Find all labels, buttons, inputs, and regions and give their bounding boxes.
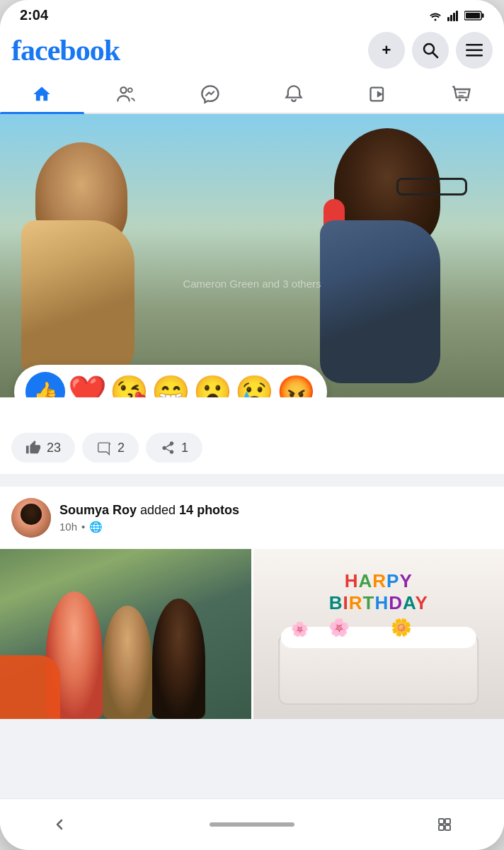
- like-button[interactable]: 23: [11, 433, 75, 463]
- share-icon: [160, 440, 176, 455]
- orange-outfit: [0, 655, 60, 719]
- post-time: 10h: [59, 521, 77, 533]
- svg-rect-9: [466, 44, 483, 46]
- post-meta-2: Soumya Roy added 14 photos 10h • 🌐: [59, 503, 493, 533]
- status-time: 2:04: [20, 7, 48, 23]
- flower-3: 🌸: [291, 620, 309, 638]
- grid-photo-right[interactable]: HARPY BIRTHDAY 🌸 🌼 🌸: [253, 549, 505, 719]
- person-group-2: [103, 606, 152, 719]
- reaction-bar: 👍 ❤️ 😘 😁 😮 😢 😡: [14, 365, 327, 397]
- svg-rect-2: [453, 13, 455, 21]
- author-name: Soumya Roy: [59, 503, 137, 517]
- notifications-icon: [284, 84, 304, 104]
- angry-reaction[interactable]: 😡: [277, 376, 316, 397]
- post-author: Soumya Roy added 14 photos: [59, 503, 493, 518]
- grid-photo-left[interactable]: [0, 549, 251, 719]
- post-photo-1: Cameron Green and 3 others 👍 ❤️ 😘 😁 😮 😢 …: [0, 114, 504, 397]
- signal-icon: [447, 10, 460, 21]
- love-reaction[interactable]: ❤️: [68, 376, 107, 397]
- body-left: [21, 220, 134, 376]
- like-icon: [25, 440, 41, 455]
- add-button[interactable]: +: [368, 32, 405, 69]
- photo-bg: [0, 114, 504, 397]
- svg-rect-5: [482, 13, 484, 18]
- thumbs-up-emoji: 👍: [33, 380, 58, 398]
- svg-rect-0: [447, 17, 449, 21]
- like-reaction-btn[interactable]: 👍: [25, 372, 65, 397]
- photo-grid: HARPY BIRTHDAY 🌸 🌼 🌸: [0, 549, 504, 719]
- flower-2: 🌼: [391, 618, 412, 638]
- svg-point-13: [128, 88, 132, 92]
- post-actions-1: 23 2 1: [0, 397, 504, 474]
- menu-button[interactable]: [456, 32, 493, 69]
- share-count: 1: [181, 441, 188, 455]
- svg-rect-1: [450, 15, 452, 21]
- privacy-icon: 🌐: [89, 521, 103, 533]
- svg-rect-21: [445, 825, 450, 830]
- tab-messenger[interactable]: [168, 76, 252, 113]
- cry-reaction[interactable]: 😢: [235, 376, 274, 397]
- flower-1: 🌸: [328, 618, 350, 638]
- back-icon: [51, 816, 68, 833]
- facebook-logo: facebook: [11, 33, 120, 67]
- post-card-1: Cameron Green and 3 others 👍 ❤️ 😘 😁 😮 😢 …: [0, 114, 504, 474]
- svg-rect-6: [466, 13, 480, 18]
- post-header-2: Soumya Roy added 14 photos 10h • 🌐: [0, 487, 504, 549]
- person-left: [21, 142, 163, 397]
- comment-button[interactable]: 2: [82, 433, 139, 463]
- body-right: [320, 220, 440, 383]
- feed: Cameron Green and 3 others 👍 ❤️ 😘 😁 😮 😢 …: [0, 114, 504, 798]
- tab-notifications[interactable]: [252, 76, 336, 113]
- hbd-text: HARPY BIRTHDAY: [265, 570, 491, 614]
- nav-tabs: [0, 76, 504, 114]
- phone-frame: 2:04 facebook: [0, 0, 504, 850]
- post-action-text: added: [140, 503, 179, 517]
- tab-friends[interactable]: [84, 76, 168, 113]
- separator-dot: •: [81, 521, 85, 533]
- svg-line-8: [433, 53, 438, 58]
- tab-marketplace[interactable]: [420, 76, 504, 113]
- search-button[interactable]: [412, 32, 449, 69]
- wow-reaction[interactable]: 😁: [151, 376, 190, 397]
- comment-icon: [96, 440, 112, 455]
- avatar-soumya: [11, 498, 51, 538]
- person-group-3: [152, 599, 205, 719]
- sad-reaction[interactable]: 😮: [193, 376, 232, 397]
- status-bar: 2:04: [0, 0, 504, 28]
- avatar-hair: [21, 504, 42, 525]
- like-count: 23: [47, 441, 61, 455]
- feed-separator: [0, 481, 504, 487]
- friends-icon: [116, 84, 136, 104]
- post-card-2: Soumya Roy added 14 photos 10h • 🌐: [0, 487, 504, 719]
- svg-point-17: [465, 98, 468, 101]
- battery-icon: [464, 10, 484, 21]
- status-icons: [428, 10, 484, 21]
- home-icon: [32, 84, 52, 104]
- svg-rect-10: [466, 50, 483, 52]
- svg-rect-3: [456, 11, 458, 21]
- haha-reaction[interactable]: 😘: [110, 376, 149, 397]
- home-indicator[interactable]: [210, 822, 294, 827]
- wifi-icon: [428, 10, 443, 21]
- share-button[interactable]: 1: [146, 433, 202, 463]
- photo-count: 14 photos: [179, 503, 239, 517]
- svg-point-12: [120, 87, 126, 93]
- tab-watch[interactable]: [336, 76, 420, 113]
- svg-rect-18: [439, 819, 444, 824]
- cake-frosting: [281, 627, 477, 648]
- glasses: [396, 178, 467, 196]
- app-header: facebook +: [0, 28, 504, 76]
- bottom-nav: [0, 798, 504, 850]
- store-icon: [452, 84, 472, 104]
- back-button[interactable]: [42, 808, 76, 842]
- recent-apps-button[interactable]: [428, 808, 462, 842]
- search-icon: [422, 42, 439, 59]
- messenger-icon: [200, 84, 220, 104]
- svg-rect-11: [466, 55, 483, 57]
- svg-point-16: [458, 98, 461, 101]
- post-time-row: 10h • 🌐: [59, 521, 493, 533]
- svg-rect-19: [445, 819, 450, 824]
- comment-count: 2: [118, 441, 125, 455]
- header-actions: +: [368, 32, 493, 69]
- tab-home[interactable]: [0, 76, 84, 113]
